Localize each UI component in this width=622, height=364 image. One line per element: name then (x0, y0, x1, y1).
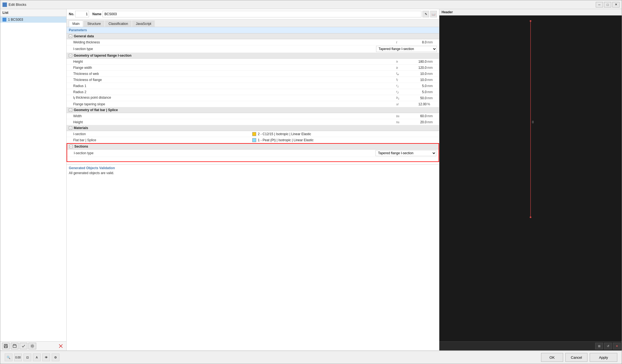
param-sym-width: bs (396, 114, 405, 118)
tab-javascript[interactable]: JavaScript (132, 20, 155, 27)
preview-area: 8 (439, 15, 622, 341)
section-header-general[interactable]: − General data (67, 33, 439, 39)
ok-button[interactable]: OK (541, 353, 563, 362)
section-toggle-flatbar[interactable]: − (69, 108, 72, 112)
svg-rect-1 (5, 344, 7, 345)
param-value-welding: 8.0 (405, 40, 427, 44)
section-header-materials[interactable]: − Materials (67, 125, 439, 131)
preview-svg: 8 (439, 15, 622, 341)
save-toolbar-button[interactable] (2, 343, 10, 349)
right-panel: Header 8 ⊞ ↺ ✕ (439, 9, 622, 350)
tab-main[interactable]: Main (69, 20, 83, 27)
section-title-geometry-tapered: Geometry of tapered flange I-section (74, 54, 132, 57)
main-window: Edit Blocks ─ □ ✕ List 1 BCS003 (0, 0, 622, 364)
check-toolbar-button[interactable] (20, 343, 27, 349)
preview-toolbar: ⊞ ↺ ✕ (439, 341, 622, 350)
close-button[interactable]: ✕ (612, 2, 620, 7)
bottom-search-button[interactable]: 🔍 (5, 353, 12, 361)
section-title-general: General data (74, 34, 94, 38)
section-toggle-materials[interactable]: − (69, 126, 72, 130)
bottom-number-button[interactable]: 0.00 (14, 353, 22, 361)
list-item[interactable]: 1 BCS003 (0, 17, 66, 23)
name-label: Name (92, 12, 101, 16)
minimize-button[interactable]: ─ (596, 2, 603, 7)
no-field: No. (69, 11, 89, 17)
material-value-flatbar: 1 - Peat (Pt) | Isotropic | Linear Elast… (258, 138, 437, 142)
tabs: Main Structure Classification JavaScript (67, 19, 439, 27)
main-content: List 1 BCS003 (0, 9, 622, 350)
edit-name-button[interactable]: ✎ (422, 11, 429, 17)
param-sym-thickness-flange: tf (396, 78, 405, 82)
preview-close-button[interactable]: ✕ (613, 343, 621, 349)
tab-structure[interactable]: Structure (84, 20, 104, 27)
section-title-flatbar: Geometry of flat bar | Splice (74, 108, 118, 112)
section-toggle-sections[interactable]: − (69, 145, 73, 148)
name-input[interactable] (103, 11, 421, 17)
delete-toolbar-button[interactable] (57, 343, 65, 349)
preview-refresh-button[interactable]: ↺ (604, 343, 612, 349)
param-name-radius1: Radius 1 (73, 84, 396, 88)
bottom-settings-button[interactable]: ⚙ (52, 353, 59, 361)
param-unit-radius2: mm (427, 90, 437, 94)
settings-toolbar-button[interactable] (28, 343, 36, 349)
param-sym-radius1: r1 (396, 84, 405, 88)
param-name-welding: Welding thickness (73, 40, 396, 44)
param-value-fb-height: 20.0 (405, 120, 427, 124)
param-value-thickness-flange: 10.0 (405, 78, 427, 82)
param-value-flange-width: 120.0 (405, 66, 427, 70)
param-unit-radius1: mm (427, 84, 437, 88)
param-name-flange-width: Flange width (73, 66, 396, 70)
section-header-geometry-tapered[interactable]: − Geometry of tapered flange I-section (67, 53, 439, 59)
params-area: Parameters − General data Welding thickn… (67, 27, 439, 350)
param-name-height: Height (73, 60, 396, 64)
name-field: Name ✎ 📖 (92, 11, 437, 17)
param-row-fb-height: Height hs 20.0 mm (67, 119, 439, 125)
preview-grid-button[interactable]: ⊞ (595, 343, 603, 349)
right-header: Header (439, 9, 622, 15)
bottom-eye-button[interactable]: 👁 (42, 353, 50, 361)
svg-point-3 (32, 345, 33, 347)
material-value-isection: 2 - C12/15 | Isotropic | Linear Elastic (258, 132, 437, 136)
param-sym-thickness-web: tw (396, 72, 405, 76)
material-name-isection: I-section (73, 132, 252, 136)
bottom-grid-button[interactable]: ⊡ (23, 353, 31, 361)
app-icon (2, 2, 7, 7)
material-name-flatbar: Flat bar | Splice (73, 138, 252, 142)
section-header-flatbar[interactable]: − Geometry of flat bar | Splice (67, 107, 439, 113)
param-sym-tf-thickness: b1 (396, 96, 405, 100)
param-unit-flange-width: mm (427, 66, 437, 70)
param-name-thickness-web: Thickness of web (73, 72, 396, 76)
param-row-thickness-flange: Thickness of flange tf 10.0 mm (67, 77, 439, 83)
isection-type-dropdown[interactable]: Tapered flange I-section (376, 46, 437, 52)
param-name-radius2: Radius 2 (73, 90, 396, 94)
param-value-radius2: 5.0 (405, 90, 427, 94)
section-toggle-geometry-tapered[interactable]: − (69, 54, 72, 57)
section-body-flatbar: Width bs 60.0 mm Height hs 20.0 mm (67, 113, 439, 125)
section-toggle-general[interactable]: − (69, 35, 72, 38)
section-body-geometry-tapered: Height h 180.0 mm Flange width b 120.0 m… (67, 59, 439, 107)
param-row-welding: Welding thickness t 8.0 mm (67, 39, 439, 45)
maximize-button[interactable]: □ (604, 2, 611, 7)
bottom-text-button[interactable]: A (33, 353, 41, 361)
param-name-tf-thickness: tf thickness point distance (73, 96, 396, 100)
list-toolbar (0, 341, 66, 350)
no-input[interactable] (75, 11, 89, 17)
apply-button[interactable]: Apply (590, 353, 617, 362)
open-toolbar-button[interactable] (11, 343, 19, 349)
list-item-label: 1 BCS003 (8, 18, 23, 22)
list-item-icon (2, 18, 6, 22)
tab-classification[interactable]: Classification (105, 20, 132, 27)
sections-highlighted-wrapper: − Sections I-section type Tapered flange… (67, 143, 439, 162)
sections-isection-type-dropdown[interactable]: Tapered flange I-section (376, 150, 436, 156)
red-arrow-indicator (67, 162, 439, 164)
param-sym-flange-width: b (396, 66, 405, 69)
book-button[interactable]: 📖 (430, 11, 437, 17)
param-row-height: Height h 180.0 mm (67, 59, 439, 65)
section-header-sections[interactable]: − Sections (67, 144, 439, 150)
param-row-sections-isection-type: I-section type Tapered flange I-section (67, 150, 439, 157)
param-value-thickness-web: 10.0 (405, 72, 427, 76)
cancel-button[interactable]: Cancel (565, 353, 587, 362)
param-row-isection-type: I-section type Tapered flange I-section (67, 45, 439, 53)
param-name-width: Width (73, 114, 396, 118)
window-controls: ─ □ ✕ (596, 2, 620, 7)
